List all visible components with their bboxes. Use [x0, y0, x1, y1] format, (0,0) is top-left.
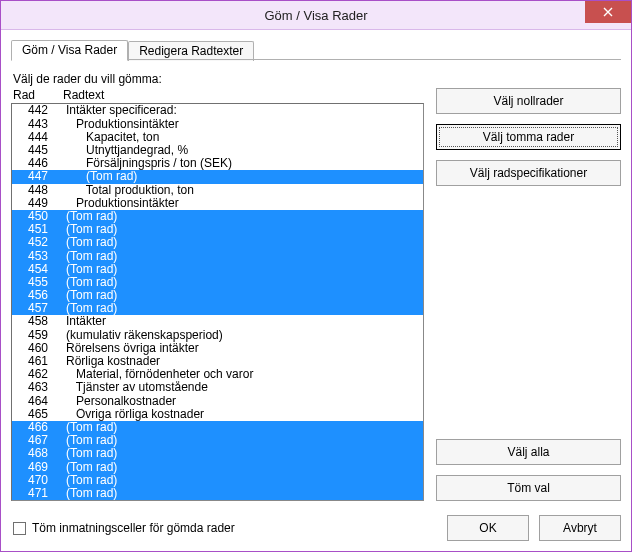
list-item[interactable]: 442 Intäkter specificerad: — [12, 104, 423, 117]
tab-hide-show-rows[interactable]: Göm / Visa Rader — [11, 40, 128, 61]
list-item[interactable]: 463 Tjänster av utomstående — [12, 381, 423, 394]
row-number: 460 — [16, 342, 56, 355]
list-item[interactable]: 454 (Tom rad) — [12, 263, 423, 276]
row-number: 466 — [16, 421, 56, 434]
close-button[interactable] — [585, 1, 631, 23]
list-item[interactable]: 457 (Tom rad) — [12, 302, 423, 315]
row-number: 457 — [16, 302, 56, 315]
row-number: 468 — [16, 447, 56, 460]
list-item[interactable]: 465 Övriga rörliga kostnader — [12, 408, 423, 421]
list-item[interactable]: 455 (Tom rad) — [12, 276, 423, 289]
row-number: 461 — [16, 355, 56, 368]
row-text: (Tom rad) — [56, 302, 421, 315]
list-item[interactable]: 466 (Tom rad) — [12, 421, 423, 434]
row-text: (Tom rad) — [56, 487, 421, 500]
list-item[interactable]: 468 (Tom rad) — [12, 447, 423, 460]
row-text: Material, förnödenheter och varor — [56, 368, 421, 381]
row-text: (Tom rad) — [56, 223, 421, 236]
list-item[interactable]: 456 (Tom rad) — [12, 289, 423, 302]
list-item[interactable]: 469 (Tom rad) — [12, 460, 423, 473]
row-number: 451 — [16, 223, 56, 236]
close-icon — [603, 7, 613, 17]
row-number: 464 — [16, 395, 56, 408]
row-number: 452 — [16, 236, 56, 249]
list-item[interactable]: 453 (Tom rad) — [12, 249, 423, 262]
row-number: 446 — [16, 157, 56, 170]
list-item[interactable]: 447 (Tom rad) — [12, 170, 423, 183]
list-item[interactable]: 451 (Tom rad) — [12, 223, 423, 236]
list-item[interactable]: 449 Produktionsintäkter — [12, 197, 423, 210]
row-number: 458 — [16, 315, 56, 328]
list-item[interactable]: 470 (Tom rad) — [12, 474, 423, 487]
list-item[interactable]: 445 Utnyttjandegrad, % — [12, 144, 423, 157]
client-area: Göm / Visa Rader Redigera Radtexter Välj… — [1, 30, 631, 551]
titlebar: Göm / Visa Rader — [1, 1, 631, 30]
select-zero-rows-button[interactable]: Välj nollrader — [436, 88, 621, 114]
row-text: Övriga rörliga kostnader — [56, 408, 421, 421]
list-item[interactable]: 450 (Tom rad) — [12, 210, 423, 223]
row-number: 455 — [16, 276, 56, 289]
ok-button[interactable]: OK — [447, 515, 529, 541]
window-title: Göm / Visa Rader — [264, 8, 367, 23]
list-item[interactable]: 443 Produktionsintäkter — [12, 118, 423, 131]
tabstrip: Göm / Visa Rader Redigera Radtexter — [11, 38, 621, 60]
row-number: 448 — [16, 184, 56, 197]
list-item[interactable]: 458 Intäkter — [12, 315, 423, 328]
list-item[interactable]: 462 Material, förnödenheter och varor — [12, 368, 423, 381]
side-buttons: Välj nollrader Välj tomma rader Välj rad… — [436, 88, 621, 501]
row-number: 443 — [16, 118, 56, 131]
row-number: 453 — [16, 250, 56, 263]
row-number: 469 — [16, 461, 56, 474]
row-number: 447 — [16, 170, 56, 183]
select-row-specs-button[interactable]: Välj radspecifikationer — [436, 160, 621, 186]
list-item[interactable]: 448 Total produktion, ton — [12, 184, 423, 197]
row-text: Kapacitet, ton — [56, 131, 421, 144]
content-row: Rad Radtext 442 Intäkter specificerad:44… — [11, 88, 621, 501]
bottom-bar: Töm inmatningsceller för gömda rader OK … — [11, 501, 621, 541]
list-item[interactable]: 464 Personalkostnader — [12, 395, 423, 408]
instruction-text: Välj de rader du vill gömma: — [11, 72, 621, 86]
list-item[interactable]: 444 Kapacitet, ton — [12, 131, 423, 144]
list-item[interactable]: 460 Rörelsens övriga intäkter — [12, 342, 423, 355]
row-number: 450 — [16, 210, 56, 223]
row-number: 454 — [16, 263, 56, 276]
tab-edit-row-texts[interactable]: Redigera Radtexter — [128, 41, 254, 61]
row-text: Rörliga kostnader — [56, 355, 421, 368]
row-text: (Tom rad) — [56, 289, 421, 302]
row-text: (Tom rad) — [56, 210, 421, 223]
clear-selection-button[interactable]: Töm val — [436, 475, 621, 501]
row-text: (Tom rad) — [56, 447, 421, 460]
row-text: Utnyttjandegrad, % — [56, 144, 421, 157]
cancel-button[interactable]: Avbryt — [539, 515, 621, 541]
row-text: Rörelsens övriga intäkter — [56, 342, 421, 355]
list-item[interactable]: 446 Försäljningspris / ton (SEK) — [12, 157, 423, 170]
list-item[interactable]: 459 (kumulativ räkenskapsperiod) — [12, 329, 423, 342]
row-text: (Tom rad) — [56, 461, 421, 474]
spacer — [436, 196, 621, 429]
select-empty-rows-button[interactable]: Välj tomma rader — [436, 124, 621, 150]
list-item[interactable]: 452 (Tom rad) — [12, 236, 423, 249]
select-all-button[interactable]: Välj alla — [436, 439, 621, 465]
row-text: (Tom rad) — [56, 250, 421, 263]
row-number: 442 — [16, 104, 56, 117]
row-text: (Tom rad) — [56, 263, 421, 276]
row-text: Personalkostnader — [56, 395, 421, 408]
list-item[interactable]: 471 (Tom rad) — [12, 487, 423, 500]
row-text: Tjänster av utomstående — [56, 381, 421, 394]
row-text: (Tom rad) — [56, 170, 421, 183]
row-text: (Tom rad) — [56, 434, 421, 447]
row-text: (Tom rad) — [56, 474, 421, 487]
row-text: Intäkter specificerad: — [56, 104, 421, 117]
row-text: Total produktion, ton — [56, 184, 421, 197]
rows-listbox[interactable]: 442 Intäkter specificerad:443 Produktion… — [11, 103, 424, 501]
tab-panel: Välj de rader du vill gömma: Rad Radtext… — [11, 60, 621, 541]
list-item[interactable]: 461 Rörliga kostnader — [12, 355, 423, 368]
clear-input-cells-checkbox[interactable]: Töm inmatningsceller för gömda rader — [11, 521, 235, 535]
row-text: (Tom rad) — [56, 276, 421, 289]
header-row: Rad — [13, 88, 63, 102]
row-text: Produktionsintäkter — [56, 118, 421, 131]
list-item[interactable]: 467 (Tom rad) — [12, 434, 423, 447]
row-text: (Tom rad) — [56, 421, 421, 434]
row-number: 467 — [16, 434, 56, 447]
row-number: 463 — [16, 381, 56, 394]
